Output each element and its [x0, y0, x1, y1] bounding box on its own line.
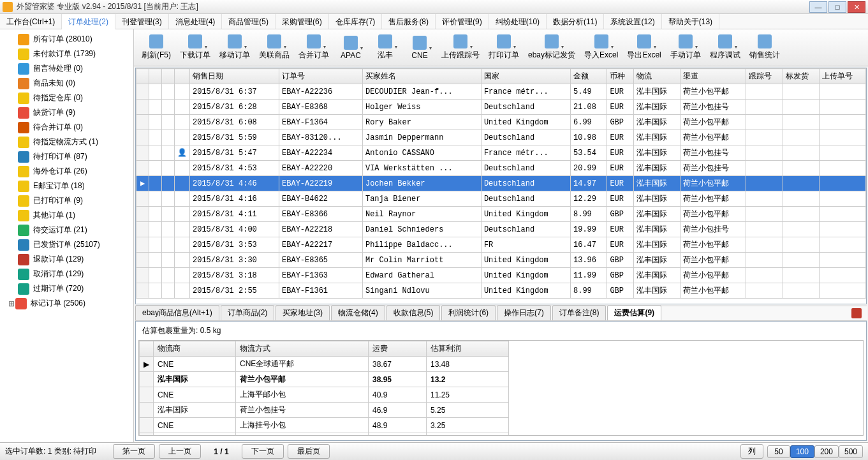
toolbar-合并订单[interactable]: 合并订单	[295, 33, 333, 62]
orders-grid[interactable]: 销售日期订单号买家姓名国家金额币种物流渠道跟踪号标发货上传单号2015/8/31…	[135, 68, 867, 304]
col-header[interactable]	[162, 69, 175, 84]
columns-button[interactable]: 列	[740, 444, 763, 459]
order-row[interactable]: 2015/8/31 5:59EBAY-83120...Jasmin Depper…	[136, 130, 866, 145]
toolbar-销售统计[interactable]: 销售统计	[746, 33, 784, 62]
sidebar-item-3[interactable]: 商品未知 (0)	[0, 76, 133, 91]
order-row[interactable]: 2015/8/31 4:00EBAY-A22218Daniel Schniede…	[136, 222, 866, 237]
order-row[interactable]: 2015/8/31 4:16EBAY-B4622Tanja BienerDeut…	[136, 191, 866, 207]
col-header[interactable]: 国家	[481, 69, 570, 84]
sidebar-item-11[interactable]: 已打印订单 (9)	[0, 193, 133, 208]
pagesize-100[interactable]: 100	[790, 445, 814, 458]
estimate-row[interactable]: 泓丰国际荷兰小包挂号46.95.25	[140, 403, 509, 418]
col-header[interactable]	[175, 69, 190, 84]
order-row[interactable]: 👤2015/8/31 5:47EBAY-A22234Antonio CASSAN…	[136, 145, 866, 161]
detail-tab-8[interactable]: 运费估算(9)	[607, 305, 661, 320]
sidebar-item-14[interactable]: 已发货订单 (25107)	[0, 237, 133, 252]
toolbar-导出Excel[interactable]: 导出Excel	[623, 33, 665, 62]
order-row[interactable]: 2015/8/31 3:53EBAY-A22217Philippe Baldac…	[136, 237, 866, 253]
col-header[interactable]: 买家姓名	[362, 69, 481, 84]
detail-tab-5[interactable]: 利润统计(6)	[441, 305, 496, 320]
menu-11[interactable]: 系统设置(12)	[604, 14, 661, 29]
menu-2[interactable]: 刊登管理(3)	[115, 14, 169, 29]
toolbar-刷新(F5)[interactable]: 刷新(F5)	[138, 33, 175, 62]
next-page-button[interactable]: 下一页	[242, 444, 284, 459]
col-header[interactable]: 金额	[570, 69, 607, 84]
sidebar-item-10[interactable]: E邮宝订单 (18)	[0, 179, 133, 193]
menu-3[interactable]: 消息处理(4)	[169, 14, 223, 29]
pagesize-50[interactable]: 50	[767, 445, 790, 458]
col-header[interactable]: 物流	[634, 69, 680, 84]
menu-4[interactable]: 商品管理(5)	[222, 14, 276, 29]
menu-6[interactable]: 仓库库存(7)	[329, 14, 383, 29]
last-page-button[interactable]: 最后页	[288, 444, 330, 459]
first-page-button[interactable]: 第一页	[113, 444, 155, 459]
detail-tab-6[interactable]: 操作日志(7)	[497, 305, 551, 320]
sidebar-item-4[interactable]: 待指定仓库 (0)	[0, 91, 133, 105]
col-header[interactable]: 标发货	[783, 69, 819, 84]
estimate-row[interactable]: CNE上海平邮小包40.911.25	[140, 387, 509, 403]
detail-tab-0[interactable]: ebay商品信息(Alt+1)	[135, 305, 219, 320]
estimate-grid[interactable]: 物流商物流方式运费估算利润▶CNECNE全球通平邮38.6713.48泓丰国际荷…	[138, 340, 864, 436]
toolbar-APAC[interactable]: APAC	[334, 34, 367, 61]
order-row[interactable]: 2015/8/31 6:08EBAY-F1364Rory BakerUnited…	[136, 115, 866, 130]
menu-12[interactable]: 帮助关于(13)	[662, 14, 719, 29]
col-header[interactable]: 上传单号	[820, 69, 866, 84]
prev-page-button[interactable]: 上一页	[159, 444, 201, 459]
menu-8[interactable]: 评价管理(9)	[436, 14, 489, 29]
col-header[interactable]: 跟踪号	[746, 69, 783, 84]
menu-1[interactable]: 订单处理(2)	[62, 14, 115, 29]
col-header[interactable]: 币种	[607, 69, 634, 84]
detail-tab-1[interactable]: 订单商品(2)	[221, 305, 275, 320]
order-row[interactable]: 2015/8/31 4:53EBAY-A22220VIA Werkstätten…	[136, 161, 866, 176]
sidebar-item-7[interactable]: 待指定物流方式 (1)	[0, 135, 133, 149]
order-row[interactable]: ▶2015/8/31 4:46EBAY-A22219Jochen BekkerD…	[136, 176, 866, 191]
col-header[interactable]: 渠道	[680, 69, 746, 84]
pagesize-500[interactable]: 500	[839, 445, 863, 458]
minimize-button[interactable]: —	[809, 1, 827, 13]
order-row[interactable]: 2015/8/31 3:30EBAY-E8365Mr Colin Marriot…	[136, 253, 866, 268]
order-row[interactable]: 2015/8/31 6:28EBAY-E8368Holger WeissDeut…	[136, 100, 866, 115]
sidebar-item-8[interactable]: 待打印订单 (87)	[0, 149, 133, 164]
toolbar-ebay标记发货[interactable]: ebay标记发货	[524, 33, 579, 62]
sidebar-item-5[interactable]: 缺货订单 (9)	[0, 105, 133, 120]
sidebar-item-16[interactable]: 取消订单 (129)	[0, 267, 133, 281]
toolbar-泓丰[interactable]: 泓丰	[369, 33, 402, 62]
order-row[interactable]: 2015/8/31 2:55EBAY-F1361Singani NdlovuUn…	[136, 283, 866, 299]
sidebar-item-12[interactable]: 其他订单 (1)	[0, 208, 133, 223]
sidebar-item-0[interactable]: 所有订单 (28010)	[0, 32, 133, 47]
detail-tab-7[interactable]: 订单备注(8)	[552, 305, 607, 320]
sidebar-item-13[interactable]: 待交运订单 (21)	[0, 223, 133, 237]
order-row[interactable]: 2015/8/31 3:18EBAY-F1363Edward GatheralU…	[136, 268, 866, 283]
sidebar-item-2[interactable]: 留言待处理 (0)	[0, 61, 133, 76]
pagesize-200[interactable]: 200	[814, 445, 839, 458]
estimate-row[interactable]: ▶CNECNE全球通平邮38.6713.48	[140, 357, 509, 372]
menu-9[interactable]: 纠纷处理(10)	[489, 14, 547, 29]
detail-tab-4[interactable]: 收款信息(5)	[386, 305, 441, 320]
toolbar-打印订单[interactable]: 打印订单	[485, 33, 523, 62]
sidebar-item-6[interactable]: 待合并订单 (0)	[0, 120, 133, 135]
book-icon[interactable]	[851, 308, 862, 318]
toolbar-导入Excel[interactable]: 导入Excel	[580, 33, 622, 62]
sidebar-item-1[interactable]: 未付款订单 (1739)	[0, 47, 133, 61]
maximize-button[interactable]: □	[828, 1, 846, 13]
toolbar-CNE[interactable]: CNE	[403, 34, 436, 61]
toolbar-移动订单[interactable]: 移动订单	[216, 33, 254, 62]
toolbar-上传跟踪号[interactable]: 上传跟踪号	[438, 33, 483, 62]
toolbar-程序调试[interactable]: 程序调试	[706, 33, 744, 62]
sidebar-item-9[interactable]: 海外仓订单 (26)	[0, 164, 133, 179]
order-row[interactable]: 2015/8/31 4:11EBAY-E8366Neil RaynorUnite…	[136, 207, 866, 222]
toolbar-下载订单[interactable]: 下载订单	[176, 33, 214, 62]
close-button[interactable]: ✕	[848, 1, 865, 13]
menu-5[interactable]: 采购管理(6)	[276, 14, 329, 29]
sidebar-item-15[interactable]: 退款订单 (129)	[0, 252, 133, 267]
estimate-row[interactable]: CNECNE全球通挂号49.772.38	[140, 433, 509, 436]
detail-tab-3[interactable]: 物流仓储(4)	[331, 305, 385, 320]
menu-7[interactable]: 售后服务(8)	[382, 14, 436, 29]
sidebar-item-18[interactable]: ⊞标记订单 (2506)	[0, 296, 133, 311]
toolbar-关联商品[interactable]: 关联商品	[255, 33, 293, 62]
order-row[interactable]: 2015/8/31 6:37EBAY-A22236DECOUDIER Jean-…	[136, 84, 866, 100]
col-header[interactable]: 订单号	[279, 69, 363, 84]
detail-tab-2[interactable]: 买家地址(3)	[276, 305, 330, 320]
col-header[interactable]: 销售日期	[190, 69, 279, 84]
col-header[interactable]	[136, 69, 149, 84]
